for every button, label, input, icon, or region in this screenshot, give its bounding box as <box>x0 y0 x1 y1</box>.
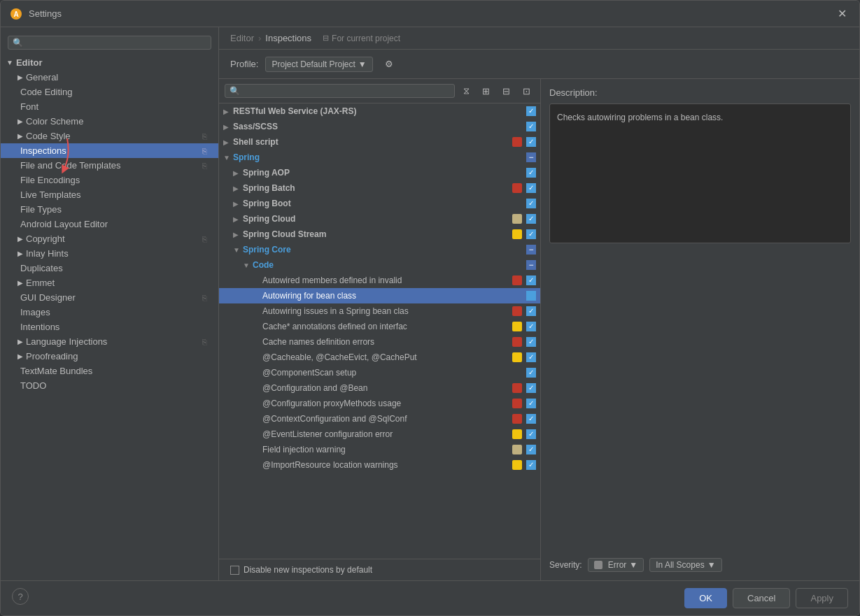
inspection-row[interactable]: @Cacheable, @CacheEvict, @CachePut <box>219 350 540 365</box>
inspection-row[interactable]: ▶ Spring AOP <box>219 165 540 180</box>
sidebar-item-file-code-templates[interactable]: File and Code Templates ⎘ <box>1 158 218 173</box>
inspection-checkbox[interactable] <box>526 322 536 331</box>
sidebar-item-todo[interactable]: TODO <box>1 378 218 393</box>
inspection-checkbox[interactable] <box>526 306 536 316</box>
search-icon: 🔍 <box>230 86 240 96</box>
layout-button[interactable]: ⊡ <box>519 84 535 99</box>
collapse-all-button[interactable]: ⊟ <box>498 84 514 99</box>
sidebar-item-live-templates[interactable]: Live Templates <box>1 187 218 202</box>
inspection-checkbox[interactable] <box>526 168 536 178</box>
inspections-search-input[interactable] <box>243 86 450 96</box>
sidebar-item-textmate[interactable]: TextMate Bundles <box>1 364 218 378</box>
scope-select[interactable]: In All Scopes ▼ <box>649 558 721 572</box>
inspection-checkbox[interactable] <box>526 122 536 131</box>
inspection-row[interactable]: Autowired members defined in invalid <box>219 273 540 288</box>
inspection-row[interactable]: ▶ Spring Boot <box>219 196 540 211</box>
inspection-row[interactable]: ▶ Spring Cloud Stream <box>219 227 540 242</box>
sidebar-item-intentions[interactable]: Intentions <box>1 320 218 334</box>
sidebar-item-gui-designer[interactable]: GUI Designer ⎘ <box>1 290 218 305</box>
profile-select[interactable]: Project Default Project ▼ <box>265 57 372 72</box>
inspection-row[interactable]: @Configuration proxyMethods usage <box>219 396 540 411</box>
inspection-checkbox[interactable] <box>526 260 536 270</box>
inspection-checkbox[interactable] <box>526 337 536 347</box>
inspection-row[interactable]: @ContextConfiguration and @SqlConf <box>219 411 540 427</box>
inspection-row[interactable]: ▶ Spring Cloud <box>219 211 540 227</box>
inspection-row[interactable]: ▼ Code <box>219 257 540 273</box>
inspection-row[interactable]: ▶ Spring Batch <box>219 180 540 196</box>
gear-button[interactable]: ⚙ <box>380 55 398 73</box>
close-button[interactable]: ✕ <box>833 6 851 22</box>
inspection-checkbox[interactable] <box>526 414 536 424</box>
severity-dropdown-arrow: ▼ <box>629 560 637 570</box>
breadcrumb-project[interactable]: ⊟ For current project <box>323 34 400 43</box>
inspection-checkbox[interactable] <box>526 445 536 454</box>
sidebar-item-images[interactable]: Images <box>1 305 218 320</box>
inspection-checkbox[interactable] <box>526 291 536 301</box>
bottom-bar: Disable new inspections by default <box>219 559 540 580</box>
apply-button[interactable]: Apply <box>796 588 848 608</box>
inspection-checkbox[interactable] <box>526 429 536 439</box>
inspections-search-box[interactable]: 🔍 <box>225 84 455 98</box>
inspection-row-selected[interactable]: Autowiring for bean class <box>219 288 540 303</box>
sidebar-item-font[interactable]: Font <box>1 99 218 114</box>
inspection-row[interactable]: ▶ RESTful Web Service (JAX-RS) <box>219 103 540 119</box>
sidebar-item-inspections[interactable]: Inspections ⎘ <box>1 143 218 158</box>
inspection-name: @ImportResource location warnings <box>262 460 512 470</box>
inspection-checkbox[interactable] <box>526 214 536 224</box>
inspection-row[interactable]: Field injection warning <box>219 442 540 457</box>
inspection-checkbox[interactable] <box>526 229 536 239</box>
inspection-checkbox[interactable] <box>526 399 536 408</box>
inspection-checkbox[interactable] <box>526 460 536 470</box>
inspection-checkbox[interactable] <box>526 245 536 255</box>
copy-icon: ⎘ <box>202 235 207 243</box>
sidebar-item-general[interactable]: ▶ General <box>1 70 218 85</box>
sidebar-item-label: Language Injections <box>26 336 107 347</box>
expand-all-button[interactable]: ⊞ <box>478 84 494 99</box>
inspection-checkbox[interactable] <box>526 383 536 393</box>
sidebar-item-android-layout[interactable]: Android Layout Editor <box>1 217 218 231</box>
inspection-row[interactable]: ▶ Sass/SCSS <box>219 119 540 134</box>
inspection-row[interactable]: ▼ Spring Core <box>219 242 540 257</box>
severity-indicator <box>512 275 522 285</box>
inspection-row[interactable]: Autowiring issues in a Spring bean clas <box>219 303 540 319</box>
inspection-row[interactable]: Cache names definition errors <box>219 334 540 350</box>
sidebar-item-proofreading[interactable]: ▶ Proofreading <box>1 349 218 364</box>
sidebar-item-editor[interactable]: ▼ Editor <box>1 55 218 70</box>
sidebar-search-input[interactable] <box>26 38 206 48</box>
inspection-row[interactable]: ▼ Spring <box>219 150 540 165</box>
inspection-row[interactable]: @Configuration and @Bean <box>219 380 540 396</box>
cancel-button[interactable]: Cancel <box>733 588 790 608</box>
inspection-checkbox[interactable] <box>526 106 536 116</box>
inspection-checkbox[interactable] <box>526 183 536 193</box>
sidebar-item-emmet[interactable]: ▶ Emmet <box>1 275 218 290</box>
sidebar-item-color-scheme[interactable]: ▶ Color Scheme <box>1 114 218 129</box>
inspection-row[interactable]: @ComponentScan setup <box>219 365 540 380</box>
project-icon: ⊟ <box>323 34 329 43</box>
inspection-row[interactable]: @EventListener configuration error <box>219 427 540 442</box>
inspection-checkbox[interactable] <box>526 137 536 147</box>
inspection-checkbox[interactable] <box>526 368 536 378</box>
inspection-name: Cache names definition errors <box>262 337 512 347</box>
inspection-row[interactable]: Cache* annotations defined on interfac <box>219 319 540 334</box>
disable-new-inspections-checkbox[interactable] <box>230 566 239 575</box>
severity-select[interactable]: Error ▼ <box>588 558 644 572</box>
filter-button[interactable]: ⧖ <box>459 83 474 99</box>
help-button[interactable]: ? <box>12 588 29 605</box>
sidebar-item-language-injections[interactable]: ▶ Language Injections ⎘ <box>1 334 218 349</box>
sidebar-item-file-encodings[interactable]: File Encodings <box>1 173 218 187</box>
sidebar-item-copyright[interactable]: ▶ Copyright ⎘ <box>1 231 218 246</box>
inspection-checkbox[interactable] <box>526 275 536 285</box>
inspection-checkbox[interactable] <box>526 199 536 208</box>
disable-checkbox-row[interactable]: Disable new inspections by default <box>230 565 372 575</box>
sidebar-item-file-types[interactable]: File Types <box>1 202 218 217</box>
ok-button[interactable]: OK <box>684 588 727 608</box>
inspection-row[interactable]: ▶ Shell script <box>219 134 540 150</box>
sidebar-item-inlay-hints[interactable]: ▶ Inlay Hints <box>1 246 218 261</box>
inspection-checkbox[interactable] <box>526 152 536 162</box>
sidebar-item-code-style[interactable]: ▶ Code Style ⎘ <box>1 129 218 143</box>
inspection-row[interactable]: @ImportResource location warnings <box>219 457 540 473</box>
inspection-checkbox[interactable] <box>526 352 536 362</box>
sidebar-item-duplicates[interactable]: Duplicates <box>1 261 218 275</box>
sidebar-search-box[interactable]: 🔍 <box>8 36 211 50</box>
sidebar-item-code-editing[interactable]: Code Editing <box>1 85 218 99</box>
